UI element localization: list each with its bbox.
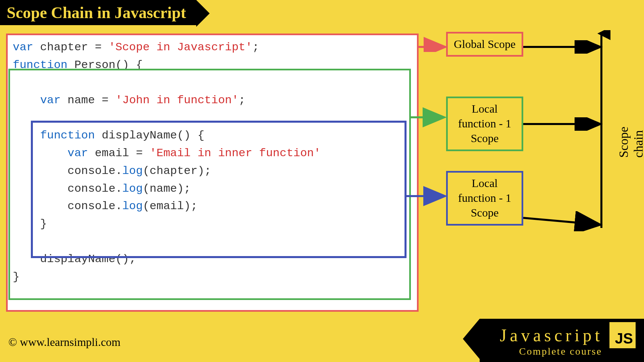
arrow-global-to-chain (523, 40, 607, 54)
code-line-9: console.log(name); (13, 180, 412, 198)
scope-chain-bracket (600, 40, 602, 228)
code-line-8: console.log(chapter); (13, 162, 412, 180)
copyright-text: © www.learnsimpli.com (8, 336, 120, 349)
page-title: Scope Chain in Javascript (7, 4, 186, 21)
footer-banner: Javascript JS Complete course (480, 319, 644, 362)
code-line-blank (13, 109, 412, 127)
footer-title: Javascript (500, 325, 603, 345)
code-line-11: } (13, 215, 412, 233)
arrow-local1-to-chain (523, 117, 607, 131)
code-line-7: var email = 'Email in inner function' (13, 144, 412, 162)
arrow-red (419, 32, 449, 52)
arrow-green (411, 107, 448, 127)
code-line-blank (13, 74, 412, 92)
scope-box-local-2: Local function - 1 Scope (446, 171, 523, 226)
code-line-10: console.log(email); (13, 197, 412, 215)
code-line-6: function displayName() { (13, 127, 412, 144)
code-line-14: } (13, 268, 412, 286)
scope-box-local-1: Local function - 1 Scope (446, 97, 523, 151)
code-block-global-scope: var chapter = 'Scope in Javascript'; fun… (6, 34, 419, 312)
svg-line-6 (523, 218, 599, 225)
code-line-2: function Person() { (13, 56, 412, 74)
scope-chain-label: Scope chain (616, 127, 644, 158)
footer-subtitle: Complete course (500, 346, 602, 357)
code-line-4: var name = 'John in function'; (13, 92, 412, 109)
code-line-blank (13, 233, 412, 251)
arrow-local2-to-chain (523, 211, 607, 231)
js-logo-icon: JS (609, 322, 636, 348)
arrow-blue (407, 186, 448, 206)
code-line-13: displayName(); (13, 250, 412, 268)
title-banner: Scope Chain in Javascript (0, 0, 196, 25)
scope-box-global: Global Scope (446, 32, 523, 57)
code-line-1: var chapter = 'Scope in Javascript'; (13, 39, 412, 56)
